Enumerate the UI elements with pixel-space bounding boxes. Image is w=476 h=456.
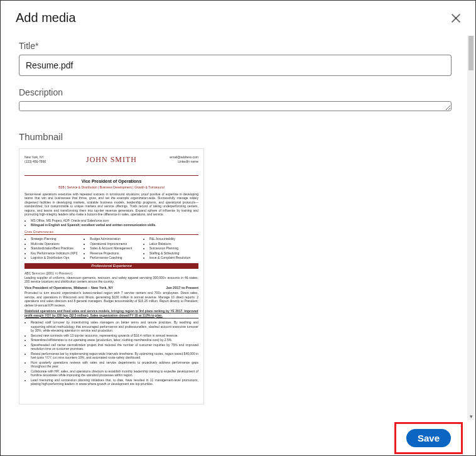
- thumb-tagline: B2B | Service & Distribution | Business …: [24, 185, 198, 190]
- thumb-divider: [24, 175, 198, 176]
- modal-footer: Save: [1, 420, 475, 455]
- thumb-headline: Vice President of Operations: [24, 178, 198, 184]
- description-input[interactable]: [19, 101, 452, 111]
- thumb-job-desc: Promoted to turn around organization's l…: [24, 291, 198, 307]
- title-input[interactable]: [19, 55, 452, 76]
- thumb-exp-header: Professional Experience: [24, 263, 198, 269]
- description-field-group: Description: [19, 87, 452, 114]
- modal-body: Title* Description Thumbnail New York, N…: [1, 36, 467, 420]
- thumbnail-label: Thumbnail: [19, 131, 452, 142]
- thumb-company-desc: Leading supplier of uniforms, cleanroom …: [24, 276, 198, 284]
- title-field-group: Title*: [19, 41, 452, 76]
- thumb-job-bold: Stabilized operations and fixed sales an…: [24, 309, 198, 318]
- thumb-skills: MS Office, MS Project, ADP, Oracle and S…: [31, 219, 198, 227]
- scrollbar-thumb[interactable]: [468, 36, 473, 70]
- scrollbar[interactable]: ▾: [467, 36, 475, 420]
- scrollbar-down-icon[interactable]: ▾: [467, 413, 475, 420]
- modal-header: Add media: [1, 1, 475, 33]
- description-label: Description: [19, 87, 452, 97]
- close-icon[interactable]: [449, 11, 463, 25]
- thumb-competencies: Strategic PlanningMulti-site OperationsS…: [24, 237, 198, 261]
- thumb-job-bullets: Retained staff turnover by incentivizing…: [31, 320, 198, 386]
- thumb-core-header: Core Competencies: [24, 230, 198, 236]
- thumbnail-preview: New York, NY (123) 456-7890 email@addres…: [19, 148, 204, 404]
- modal-title: Add media: [16, 11, 76, 25]
- save-button[interactable]: Save: [406, 429, 451, 447]
- save-highlight: Save: [394, 422, 463, 454]
- thumb-summary: Senior-level operations executive with r…: [24, 192, 198, 217]
- thumb-job: Vice President of Operations, Midwest – …: [24, 286, 198, 290]
- title-label: Title*: [19, 41, 452, 51]
- thumb-name: JOHN SMITH: [19, 155, 203, 165]
